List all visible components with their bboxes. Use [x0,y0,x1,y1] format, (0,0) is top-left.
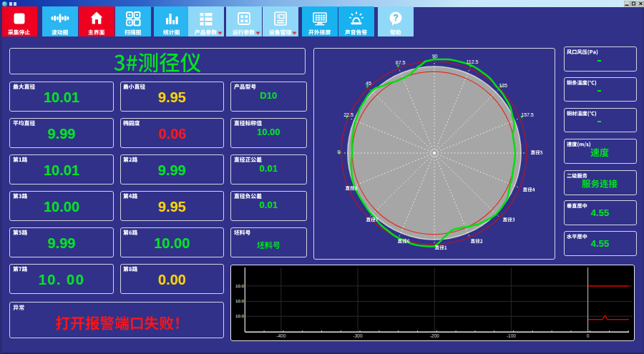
svg-text:?: ? [393,13,398,23]
